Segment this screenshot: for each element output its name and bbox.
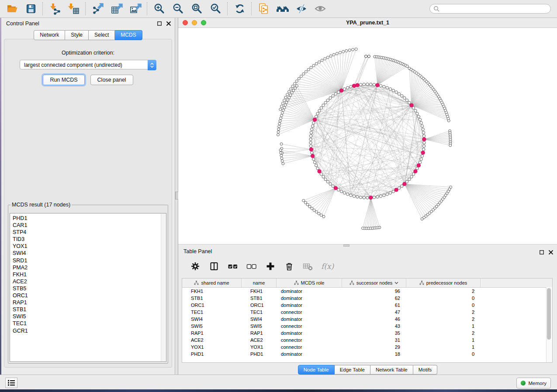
network-graph[interactable] xyxy=(178,28,557,244)
close-traffic-light[interactable] xyxy=(183,20,188,25)
tab-edge-table[interactable]: Edge Table xyxy=(335,365,370,375)
delete-table-button[interactable] xyxy=(302,261,314,272)
float-window-icon[interactable] xyxy=(157,21,162,26)
zoom-fit-button[interactable] xyxy=(187,1,206,16)
tab-node-table[interactable]: Node Table xyxy=(298,365,335,375)
scrollbar-thumb[interactable] xyxy=(547,288,551,340)
refresh-button[interactable] xyxy=(230,1,249,16)
list-icon xyxy=(7,379,15,386)
column-header-filler xyxy=(481,279,552,287)
first-neighbors-button[interactable] xyxy=(273,1,292,16)
column-header-shared-name[interactable]: shared name xyxy=(182,279,242,287)
table-row[interactable]: SWI5SWI5connector431 xyxy=(182,323,552,330)
tab-network-table[interactable]: Network Table xyxy=(370,365,413,375)
deselect-all-button[interactable] xyxy=(246,261,257,272)
table-row[interactable]: RAP1RAP1dominator352 xyxy=(182,330,552,337)
export-image-button[interactable] xyxy=(126,1,145,16)
table-scrollbar[interactable] xyxy=(546,287,552,362)
table-cell: TEC1 xyxy=(242,309,277,315)
table-row[interactable]: ACE2ACE2connector311 xyxy=(182,337,552,344)
task-history-button[interactable] xyxy=(5,378,17,388)
column-header-name[interactable]: name xyxy=(242,279,277,287)
table-row[interactable]: FKH1FKH1dominator962 xyxy=(182,288,552,295)
mcds-result-item[interactable]: PHD1 xyxy=(13,215,166,222)
table-row[interactable]: PHD1PHD1dominator180 xyxy=(182,351,552,358)
show-all-button[interactable] xyxy=(311,1,329,16)
import-table-button[interactable] xyxy=(64,1,83,16)
share-document-icon xyxy=(258,3,270,15)
share-document-button[interactable] xyxy=(254,1,273,16)
float-window-icon[interactable] xyxy=(540,250,544,254)
mcds-result-item[interactable]: SRD1 xyxy=(13,257,166,264)
table-row[interactable]: ORC1ORC1dominator610 xyxy=(182,302,552,309)
tab-motifs[interactable]: Motifs xyxy=(413,365,438,375)
mcds-result-item[interactable]: STB5 xyxy=(13,285,166,292)
delete-row-button[interactable] xyxy=(284,261,295,272)
hide-eye-icon xyxy=(295,3,308,15)
function-builder-button[interactable]: f(x) xyxy=(321,262,334,271)
table-cell: 46 xyxy=(342,316,406,322)
mcds-result-item[interactable]: FKH1 xyxy=(13,271,166,278)
table-cell: 0 xyxy=(406,296,481,301)
mcds-result-item[interactable]: PMA2 xyxy=(13,264,166,271)
column-header-successor-nodes[interactable]: successor nodes xyxy=(342,279,406,287)
table-row[interactable]: YOX1YOX1connector291 xyxy=(182,344,552,351)
mcds-list-scrollbar[interactable] xyxy=(161,213,166,361)
table-cell: ACE2 xyxy=(242,337,277,343)
table-toolbar: f(x) xyxy=(178,256,557,276)
mcds-result-item[interactable]: TID3 xyxy=(13,236,166,243)
table-cell: ORC1 xyxy=(182,303,242,308)
column-header-predecessor-nodes[interactable]: predecessor nodes xyxy=(406,279,481,287)
table-row[interactable]: TEC1TEC1connector472 xyxy=(182,309,552,316)
mcds-result-item[interactable]: ORC1 xyxy=(13,292,166,299)
tab-style[interactable]: Style xyxy=(65,30,89,40)
zoom-out-button[interactable] xyxy=(169,1,187,16)
right-column: YPA_prune.txt_1 Table Panel xyxy=(178,18,557,375)
table-settings-button[interactable] xyxy=(190,261,201,272)
table-row[interactable]: STB1STB1dominator620 xyxy=(182,295,552,302)
mcds-result-item[interactable]: YOX1 xyxy=(13,243,166,250)
mcds-result-item[interactable]: GCR1 xyxy=(13,327,166,334)
mcds-result-item[interactable]: CAR1 xyxy=(13,222,166,229)
mcds-result-item[interactable]: TEC1 xyxy=(13,320,166,327)
table-cell: PHD1 xyxy=(182,351,242,357)
mcds-result-item[interactable]: STP4 xyxy=(13,229,166,236)
mcds-result-item[interactable]: STB1 xyxy=(13,306,166,313)
table-cell: 1 xyxy=(406,344,481,350)
hide-selected-button[interactable] xyxy=(292,1,311,16)
tab-mcds[interactable]: MCDS xyxy=(115,30,142,40)
export-network-button[interactable] xyxy=(88,1,107,16)
import-network-button[interactable] xyxy=(45,1,64,16)
save-session-button[interactable] xyxy=(21,1,40,16)
open-file-button[interactable] xyxy=(3,1,21,16)
optimization-criterion-select[interactable]: largest connected component (undirected) xyxy=(20,60,156,69)
minimize-traffic-light[interactable] xyxy=(192,20,197,25)
zoom-selected-button[interactable] xyxy=(206,1,225,16)
mcds-result-item[interactable]: SWI5 xyxy=(13,313,166,320)
table-row[interactable]: SWI4SWI4dominator462 xyxy=(182,316,552,323)
tree-icon xyxy=(349,281,354,285)
close-icon[interactable] xyxy=(166,21,171,26)
tab-select[interactable]: Select xyxy=(89,30,115,40)
network-view[interactable] xyxy=(178,28,557,244)
table-cell: dominator xyxy=(277,316,342,322)
tab-network[interactable]: Network xyxy=(34,30,65,40)
mcds-result-item[interactable]: RAP1 xyxy=(13,299,166,306)
mcds-result-item[interactable]: ACE2 xyxy=(13,278,166,285)
close-panel-button[interactable]: Close panel xyxy=(90,75,133,85)
search-input[interactable] xyxy=(439,4,550,13)
memory-button[interactable]: Memory xyxy=(516,378,551,389)
close-icon[interactable] xyxy=(549,250,553,254)
mcds-result-item[interactable]: SWI4 xyxy=(13,250,166,257)
export-table-button[interactable] xyxy=(107,1,126,16)
add-row-button[interactable] xyxy=(265,261,276,272)
column-header-mcds-role[interactable]: MCDS role xyxy=(277,279,342,287)
vertical-splitter[interactable] xyxy=(175,18,178,375)
zoom-in-button[interactable] xyxy=(150,1,169,16)
select-all-button[interactable] xyxy=(227,261,239,272)
table-cell: 29 xyxy=(342,344,406,350)
show-columns-button[interactable] xyxy=(208,261,220,272)
run-mcds-button[interactable]: Run MCDS xyxy=(43,75,84,85)
refresh-icon xyxy=(234,3,246,15)
maximize-traffic-light[interactable] xyxy=(201,20,206,25)
